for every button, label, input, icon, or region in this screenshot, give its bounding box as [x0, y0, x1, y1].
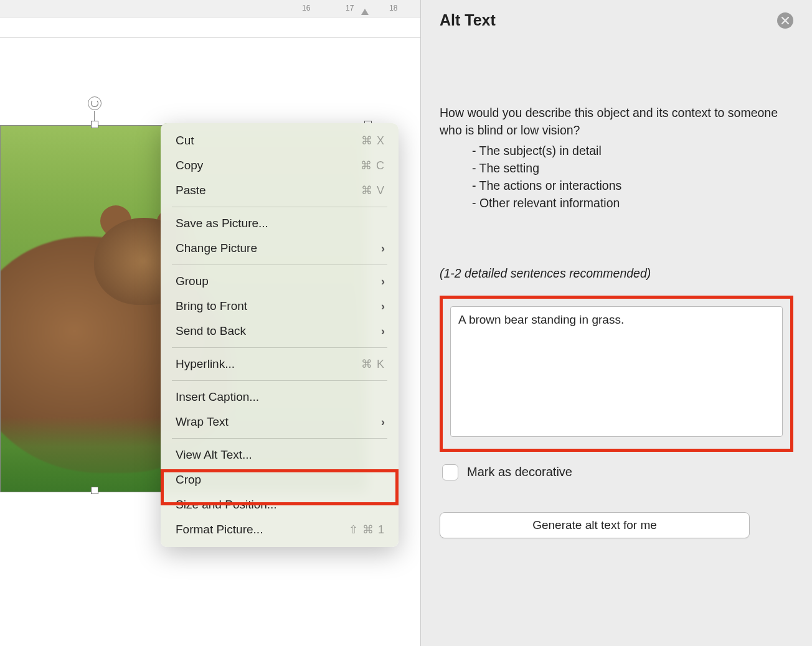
- menu-separator: [172, 438, 387, 439]
- ruler-mark-18: 18: [389, 4, 397, 12]
- menu-item-size-and-position[interactable]: Size and Position...: [161, 492, 399, 517]
- indent-marker-icon[interactable]: [361, 9, 369, 15]
- close-panel-button[interactable]: [777, 12, 793, 29]
- chevron-right-icon: ›: [381, 325, 385, 338]
- menu-label: Change Picture: [176, 241, 257, 255]
- menu-item-paste[interactable]: Paste ⌘ V: [161, 178, 399, 203]
- close-icon: [781, 17, 789, 24]
- menu-label: Hyperlink...: [176, 357, 235, 371]
- menu-label: Save as Picture...: [176, 217, 268, 230]
- panel-bullet: The subject(s) in detail: [472, 142, 793, 159]
- ruler-mark-17: 17: [346, 4, 354, 12]
- menu-item-cut[interactable]: Cut ⌘ X: [161, 128, 399, 153]
- menu-item-view-alt-text[interactable]: View Alt Text...: [161, 442, 399, 467]
- menu-label: Insert Caption...: [176, 390, 259, 404]
- panel-bullet: Other relevant information: [472, 194, 793, 212]
- horizontal-ruler[interactable]: 16 17 18: [0, 0, 420, 17]
- menu-label: Copy: [176, 159, 203, 172]
- generate-alt-text-button[interactable]: Generate alt text for me: [440, 512, 750, 538]
- menu-item-wrap-text[interactable]: Wrap Text ›: [161, 410, 399, 434]
- panel-bullet: The setting: [472, 159, 793, 177]
- panel-hint-text: (1-2 detailed sentences recommended): [440, 264, 793, 282]
- rotate-handle[interactable]: [88, 96, 102, 110]
- context-menu: Cut ⌘ X Copy ⌘ C Paste ⌘ V Save as Pictu…: [161, 123, 399, 547]
- menu-separator: [172, 207, 387, 207]
- menu-label: View Alt Text...: [176, 448, 252, 462]
- menu-label: Size and Position...: [176, 498, 277, 512]
- menu-label: Crop: [176, 473, 201, 487]
- mark-decorative-checkbox[interactable]: [442, 464, 458, 480]
- chevron-right-icon: ›: [381, 242, 385, 255]
- menu-item-change-picture[interactable]: Change Picture ›: [161, 236, 399, 261]
- menu-label: Bring to Front: [176, 299, 247, 313]
- menu-shortcut: ⌘ K: [361, 357, 385, 371]
- menu-item-crop[interactable]: Crop: [161, 467, 399, 492]
- menu-item-group[interactable]: Group ›: [161, 269, 399, 294]
- rotate-icon: [91, 100, 98, 107]
- menu-shortcut: ⌘ V: [361, 184, 385, 197]
- selection-handle-bottom[interactable]: [91, 487, 98, 494]
- panel-bullet: The actions or interactions: [472, 177, 793, 194]
- menu-label: Paste: [176, 184, 206, 197]
- selection-handle-top[interactable]: [91, 121, 98, 128]
- menu-item-send-to-back[interactable]: Send to Back ›: [161, 319, 399, 344]
- chevron-right-icon: ›: [381, 300, 385, 313]
- menu-shortcut: ⌘ X: [361, 134, 385, 147]
- menu-label: Cut: [176, 134, 194, 147]
- panel-title: Alt Text: [440, 11, 496, 29]
- menu-item-save-as-picture[interactable]: Save as Picture...: [161, 211, 399, 236]
- chevron-right-icon: ›: [381, 275, 385, 288]
- alt-text-input[interactable]: [450, 306, 783, 437]
- chevron-right-icon: ›: [381, 416, 385, 429]
- menu-label: Group: [176, 274, 209, 288]
- menu-label: Wrap Text: [176, 415, 229, 429]
- ruler-mark-16: 16: [302, 4, 310, 12]
- menu-shortcut: ⌘ C: [361, 159, 385, 172]
- menu-separator: [172, 347, 387, 348]
- menu-separator: [172, 264, 387, 265]
- alt-text-panel: Alt Text How would you describe this obj…: [420, 0, 812, 646]
- menu-shortcut: ⇧ ⌘ 1: [349, 523, 385, 536]
- menu-label: Send to Back: [176, 324, 246, 338]
- menu-label: Format Picture...: [176, 523, 263, 536]
- menu-item-insert-caption[interactable]: Insert Caption...: [161, 385, 399, 410]
- menu-separator: [172, 380, 387, 381]
- mark-decorative-label: Mark as decorative: [467, 463, 572, 481]
- menu-item-format-picture[interactable]: Format Picture... ⇧ ⌘ 1: [161, 517, 399, 542]
- menu-item-bring-to-front[interactable]: Bring to Front ›: [161, 294, 399, 319]
- panel-prompt-text: How would you describe this object and i…: [440, 104, 793, 139]
- annotation-highlight-box: [440, 296, 793, 452]
- menu-item-copy[interactable]: Copy ⌘ C: [161, 153, 399, 178]
- menu-item-hyperlink[interactable]: Hyperlink... ⌘ K: [161, 352, 399, 377]
